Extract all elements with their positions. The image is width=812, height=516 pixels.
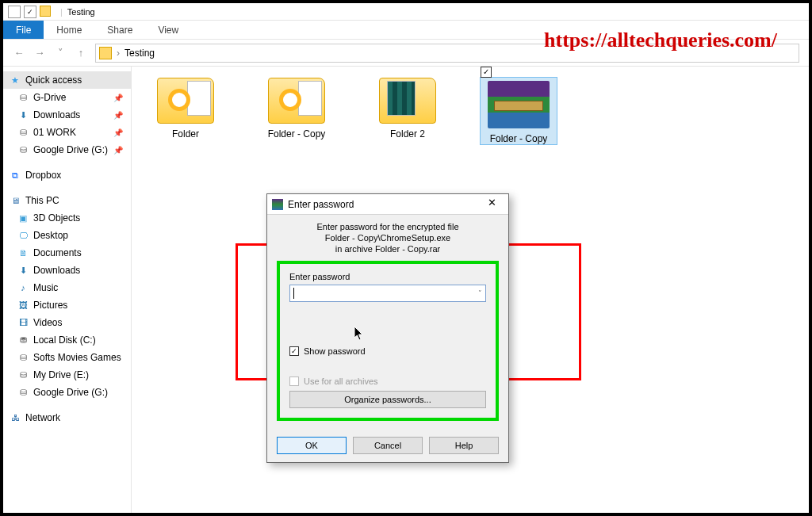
sidebar-item-01work[interactable]: ⛁01 WORK📌	[3, 124, 131, 141]
sidebar-item-label: Videos	[33, 317, 62, 328]
folder-item[interactable]: Folder - Copy	[259, 78, 335, 144]
sidebar-item-label: Dropbox	[25, 170, 61, 181]
download-icon: ⬇	[17, 109, 29, 120]
sidebar-thispc[interactable]: 🖥This PC	[3, 192, 131, 209]
up-button[interactable]: ↑	[75, 47, 87, 59]
cancel-button[interactable]: Cancel	[353, 437, 423, 454]
breadcrumb-item[interactable]: Testing	[124, 48, 155, 59]
pc-icon: 🖥	[10, 195, 21, 206]
folder-icon	[379, 78, 436, 124]
dialog-title: Enter password	[288, 199, 354, 210]
qat-button[interactable]	[8, 6, 21, 18]
password-input[interactable]: ˅	[289, 285, 486, 302]
sidebar-dropbox[interactable]: ⧉Dropbox	[3, 166, 131, 184]
back-button[interactable]: ←	[13, 47, 25, 59]
download-icon: ⬇	[17, 265, 29, 276]
desktop-icon: 🖵	[17, 230, 29, 241]
selection-checkbox[interactable]: ✓	[481, 67, 492, 78]
sidebar-item-label: Network	[25, 412, 60, 423]
msg-line: Enter password for the encrypted file	[277, 221, 499, 232]
sidebar-item-mydrive[interactable]: ⛁My Drive (E:)	[3, 366, 131, 384]
sidebar-item-downloads[interactable]: ⬇Downloads📌	[3, 106, 131, 124]
star-icon: ★	[10, 75, 21, 86]
ok-button[interactable]: OK	[277, 437, 347, 454]
sidebar-item-pictures[interactable]: 🖼Pictures	[3, 296, 131, 314]
checkbox-icon: ✓	[289, 346, 299, 356]
folder-item[interactable]: Folder 2	[370, 78, 446, 144]
sidebar-item-documents[interactable]: 🗎Documents	[3, 244, 131, 262]
qat-button[interactable]: ✓	[24, 6, 36, 18]
dialog-titlebar[interactable]: Enter password ✕	[267, 194, 508, 215]
window-titlebar: ✓ | Testing	[3, 3, 809, 21]
dialog-message: Enter password for the encrypted file Fo…	[277, 221, 499, 254]
drive-icon: ⛁	[17, 387, 29, 398]
sidebar-item-gdrive2[interactable]: ⛁Google Drive (G:)	[3, 384, 131, 401]
sidebar-item-videos[interactable]: 🎞Videos	[3, 314, 131, 331]
chevron-down-icon[interactable]: ˅	[478, 289, 482, 297]
sidebar-item-softs[interactable]: ⛁Softs Movies Games	[3, 349, 131, 366]
picture-icon: 🖼	[17, 300, 29, 311]
tab-share[interactable]: Share	[94, 21, 145, 39]
folder-icon	[99, 47, 112, 59]
recent-dropdown[interactable]: ˅	[54, 47, 67, 59]
password-dialog: Enter password ✕ Enter password for the …	[266, 193, 509, 463]
sidebar-item-label: Pictures	[33, 300, 67, 311]
help-button[interactable]: Help	[429, 437, 499, 454]
drive-icon: ⛁	[17, 127, 29, 138]
chevron-right-icon: ›	[117, 48, 120, 59]
sidebar-item-label: Desktop	[33, 230, 68, 241]
sidebar-item-label: Softs Movies Games	[33, 352, 121, 363]
nav-sidebar: ★ Quick access ⛁G-Drive📌 ⬇Downloads📌 ⛁01…	[3, 67, 132, 513]
text-caret	[293, 288, 294, 299]
cube-icon: ▣	[17, 212, 29, 224]
cursor-icon	[354, 327, 365, 341]
folder-icon	[40, 6, 51, 17]
sidebar-item-googledrive[interactable]: ⛁Google Drive (G:)📌	[3, 141, 131, 159]
close-button[interactable]: ✕	[480, 197, 504, 212]
use-all-checkbox: Use for all archives	[289, 376, 486, 386]
sidebar-item-label: Quick access	[25, 75, 82, 86]
drive-icon: ⛁	[17, 92, 29, 103]
password-label: Enter password	[289, 272, 486, 281]
forward-button[interactable]: →	[33, 47, 46, 59]
sidebar-item-3dobjects[interactable]: ▣3D Objects	[3, 209, 131, 227]
sidebar-item-desktop[interactable]: 🖵Desktop	[3, 227, 131, 244]
sidebar-quick-access[interactable]: ★ Quick access	[3, 71, 131, 89]
tab-file[interactable]: File	[3, 21, 44, 39]
archive-item-selected[interactable]: ✓ Folder - Copy	[481, 78, 557, 144]
rar-icon	[488, 81, 550, 128]
folder-item[interactable]: Folder	[147, 78, 224, 144]
sidebar-item-localdisk[interactable]: ⛃Local Disk (C:)	[3, 331, 131, 349]
sidebar-item-label: Downloads	[33, 265, 80, 276]
pin-icon: 📌	[113, 94, 123, 102]
sidebar-item-label: This PC	[25, 195, 59, 206]
document-icon: 🗎	[17, 247, 29, 258]
file-label: Folder - Copy	[259, 128, 335, 140]
folder-icon	[157, 78, 214, 124]
sidebar-item-downloads2[interactable]: ⬇Downloads	[3, 262, 131, 279]
file-label: Folder	[147, 128, 224, 140]
folder-icon	[268, 78, 325, 124]
checkbox-label: Show password	[304, 346, 366, 356]
sidebar-network[interactable]: 🖧Network	[3, 409, 131, 426]
sidebar-item-label: Google Drive (G:)	[33, 144, 108, 155]
sidebar-item-label: Music	[33, 282, 58, 293]
network-icon: 🖧	[10, 412, 21, 423]
sidebar-item-label: G-Drive	[33, 92, 66, 103]
msg-line: in archive Folder - Copy.rar	[277, 243, 499, 254]
pin-icon: 📌	[113, 128, 123, 137]
file-label: Folder - Copy	[481, 133, 557, 144]
dropbox-icon: ⧉	[10, 170, 21, 181]
pin-icon: 📌	[113, 111, 123, 120]
file-label: Folder 2	[370, 128, 446, 140]
separator: |	[60, 7, 63, 17]
tab-home[interactable]: Home	[44, 21, 94, 39]
checkbox-label: Use for all archives	[304, 376, 378, 386]
organize-passwords-button[interactable]: Organize passwords...	[289, 391, 486, 408]
sidebar-item-music[interactable]: ♪Music	[3, 279, 131, 296]
sidebar-item-label: Local Disk (C:)	[33, 334, 96, 346]
sidebar-item-gdrive[interactable]: ⛁G-Drive📌	[3, 89, 131, 106]
tab-view[interactable]: View	[145, 21, 191, 39]
sidebar-item-label: Documents	[33, 247, 82, 258]
show-password-checkbox[interactable]: ✓ Show password	[289, 346, 486, 356]
